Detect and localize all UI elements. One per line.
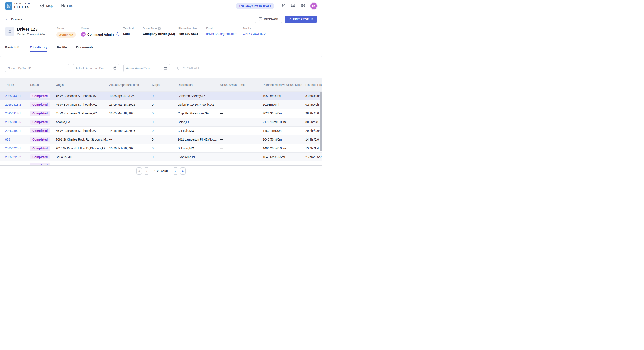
terminal-value: East (123, 32, 134, 35)
table-row[interactable]: 20250318-2 Completed 45 W Buchanan St,Ph… (0, 100, 322, 109)
app-logo[interactable]: TRUCKER PATH FLEETS (5, 2, 31, 9)
cell-destination: St Louis,MO (178, 126, 220, 135)
status-label: Status (56, 27, 76, 30)
table-row[interactable]: 20250318-1 Completed 45 W Buchanan St,Ph… (0, 109, 322, 118)
reassign-driver-icon[interactable] (116, 32, 120, 37)
table-row[interactable]: 888 Completed 7691 St Charles Rock Rd, S… (0, 135, 322, 144)
cell-origin: 2018 W Desert Hollow Dr,Phoenix,AZ (56, 144, 109, 153)
prev-page-button[interactable]: ‹ (144, 167, 149, 175)
cell-arrival: --- (220, 109, 263, 118)
arrival-time-input[interactable] (126, 67, 162, 70)
driver-type-value: Company driver (CM) (143, 32, 175, 35)
page-range-text: 1-20 of 60 (154, 169, 168, 173)
table-row[interactable]: 20250430-1 Completed 45 W Buchanan St,Ph… (0, 91, 322, 100)
truck-link[interactable]: GKDR-3U3-83V (243, 32, 266, 35)
cell-arrival: --- (220, 118, 263, 126)
tab-bar: Basic Info Trip History Profile Document… (0, 45, 322, 52)
trip-id-link[interactable]: 888 (5, 138, 10, 141)
trip-id-link[interactable]: 20250303-1 (5, 129, 21, 133)
field-phone: Phone Number 480-560-6561 (178, 27, 198, 35)
first-page-button[interactable]: « (136, 167, 142, 175)
arrival-time-filter (123, 64, 170, 72)
next-page-button[interactable]: › (173, 167, 178, 175)
total-count: 60 (164, 169, 168, 173)
cell-hours: 14.9hr/0.0hr (306, 135, 322, 144)
col-status: Status (30, 78, 56, 91)
trip-id-link[interactable]: 20250306-6 (5, 120, 21, 124)
table-bottom-divider (0, 166, 322, 166)
back-arrow-icon[interactable]: ← (5, 17, 9, 21)
cell-destination: Boise,ID (178, 118, 220, 126)
filter-bar: CLEAR ALL (0, 56, 322, 78)
cell-hours: 19.9hr/1.4hr (306, 144, 322, 153)
tab-documents[interactable]: Documents (76, 45, 94, 52)
edit-profile-button[interactable]: EDIT PROFILE (284, 15, 317, 23)
cell-arrival: --- (220, 126, 263, 135)
edit-icon (288, 17, 292, 21)
cell-stops: 0 (152, 109, 178, 118)
apps-grid-icon[interactable] (301, 3, 305, 8)
cell-departure: --- (109, 135, 152, 144)
clear-all-button[interactable]: CLEAR ALL (177, 64, 200, 72)
departure-time-filter (73, 64, 120, 72)
vertical-scrollbar[interactable] (320, 92, 322, 151)
trip-id-search-input[interactable] (8, 67, 66, 70)
chat-bubble-icon[interactable] (291, 3, 295, 8)
trip-id-link[interactable]: 20250226-2 (5, 155, 21, 159)
cell-miles: 1460.11mi/0mi (263, 126, 306, 135)
table-row[interactable]: 20250228-1 Completed 2018 W Desert Hollo… (0, 144, 322, 153)
trip-id-link[interactable]: 20250228-1 (5, 147, 21, 150)
cell-arrival: --- (220, 153, 263, 161)
driver-type-label: Driver Type (143, 27, 157, 30)
trip-id-link[interactable]: 20250318-2 (5, 103, 21, 106)
calendar-icon[interactable] (112, 66, 117, 71)
signpost-icon[interactable] (281, 3, 285, 8)
cell-departure: 14:38 Mar 03, 2025 (109, 126, 152, 135)
message-button[interactable]: MESSAGE (255, 15, 282, 23)
table-row[interactable]: 20250226-2 Completed St Louis,MO --- 0 E… (0, 153, 322, 161)
trial-badge-text: 1735 days left in Trial (239, 4, 269, 8)
pagination: « ‹ 1-20 of 60 › » (0, 167, 322, 175)
cell-miles: 164.86mi/3.65mi (263, 153, 306, 161)
tab-profile[interactable]: Profile (57, 45, 67, 52)
email-link[interactable]: driver123@gmail.com (206, 32, 237, 35)
trip-id-search-box (5, 64, 69, 72)
trip-id-link[interactable]: 20250430-1 (5, 94, 21, 98)
logo-line1: TRUCKER PATH (14, 3, 31, 5)
nav-item-fuel[interactable]: Fuel (61, 3, 74, 8)
nav-item-map[interactable]: Map (40, 3, 52, 8)
calendar-icon[interactable] (162, 66, 167, 71)
phone-value: 480-560-6561 (178, 32, 198, 35)
breadcrumb[interactable]: ← Drivers (5, 17, 22, 21)
cell-hours: 3.0hr/0.0hr (306, 91, 322, 100)
fuel-pump-icon (61, 3, 65, 8)
trial-countdown-badge[interactable]: 1735 days left in Trial (236, 3, 274, 9)
cell-origin: 45 W Buchanan St,Phoenix,AZ (56, 100, 109, 109)
col-origin: Origin (56, 78, 109, 91)
cell-destination: Chipotle,Statesboro,GA (178, 109, 220, 118)
table-row-partial[interactable]: Completed (0, 161, 322, 166)
cell-hours: 20.2hr/0.0hr (306, 126, 322, 135)
col-trip-id: Trip ID (0, 78, 30, 91)
departure-time-input[interactable] (76, 67, 112, 70)
cell-origin: 45 W Buchanan St,Phoenix,AZ (56, 109, 109, 118)
info-icon[interactable]: i (158, 27, 161, 30)
cell-arrival: --- (220, 135, 263, 144)
user-avatar[interactable]: CA (310, 3, 317, 9)
table-row[interactable]: 20250303-1 Completed 45 W Buchanan St,Ph… (0, 126, 322, 135)
cell-destination: Evansville,IN (178, 153, 220, 161)
driver-carrier: Carrier: Transport A&A (17, 33, 45, 36)
table-row[interactable]: 20250306-6 Completed Atlanta,GA --- 0 Bo… (0, 118, 322, 126)
trip-history-table: Trip ID Status Origin Actual Departure T… (0, 78, 322, 166)
cell-origin: Atlanta,GA (56, 118, 109, 126)
tab-trip-history[interactable]: Trip History (30, 45, 48, 52)
phone-label: Phone Number (178, 27, 198, 30)
status-badge: Completed (30, 146, 50, 151)
cell-hours: 28.3hr/0.0hr (306, 109, 322, 118)
last-page-button[interactable]: » (180, 167, 186, 175)
trip-id-link[interactable]: 20250318-1 (5, 112, 21, 115)
tab-basic-info[interactable]: Basic Info (5, 45, 20, 52)
cell-miles: 2022.32mi/0mi (263, 109, 306, 118)
terminal-label: Terminal (123, 27, 134, 30)
cell-departure: 10:35 Apr 30, 2025 (109, 91, 152, 100)
